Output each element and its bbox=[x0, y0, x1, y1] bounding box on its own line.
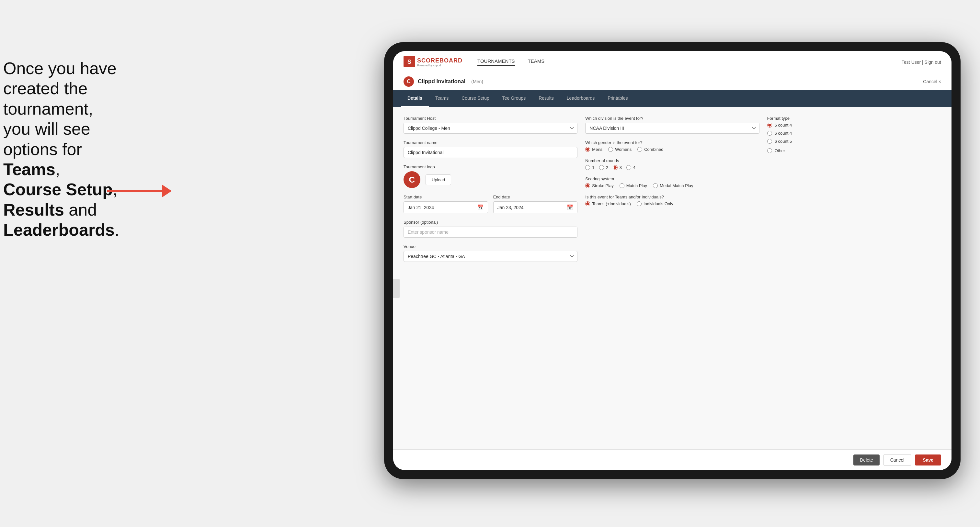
nav-tournaments[interactable]: TOURNAMENTS bbox=[477, 58, 515, 66]
sponsor-input[interactable] bbox=[404, 227, 578, 238]
round-3[interactable]: 3 bbox=[613, 165, 622, 170]
format-5count4[interactable]: 5 count 4 bbox=[767, 123, 941, 127]
gender-label: Which gender is the event for? bbox=[585, 140, 759, 145]
tab-tee-groups[interactable]: Tee Groups bbox=[496, 90, 532, 107]
teams-radio-group: Teams (+Individuals) Individuals Only bbox=[585, 202, 759, 206]
breadcrumb-bar: C Clippd Invitational (Men) Cancel × bbox=[393, 73, 951, 90]
gender-radio-group: Mens Womens Combined bbox=[585, 147, 759, 152]
rounds-radio-group: 1 2 3 bbox=[585, 165, 759, 170]
main-content: Tournament Host Clippd College - Men Tou… bbox=[393, 107, 951, 449]
breadcrumb-left: C Clippd Invitational (Men) bbox=[404, 76, 483, 87]
svg-marker-1 bbox=[162, 184, 172, 197]
division-group: Which division is the event for? NCAA Di… bbox=[585, 116, 759, 134]
venue-label: Venue bbox=[404, 244, 578, 249]
logo-text-block: SCOREBOARD Powered by clippd bbox=[417, 57, 463, 67]
format-other-group: Other bbox=[767, 148, 941, 154]
format-type-label: Format type bbox=[767, 116, 941, 121]
teams-plus-individuals[interactable]: Teams (+Individuals) bbox=[585, 202, 631, 206]
teams-individuals-group: Is this event for Teams and/or Individua… bbox=[585, 195, 759, 206]
tab-teams[interactable]: Teams bbox=[429, 90, 455, 107]
form-grid: Tournament Host Clippd College - Men Tou… bbox=[404, 116, 941, 262]
gender-mens[interactable]: Mens bbox=[585, 147, 602, 152]
start-date-input[interactable]: Jan 21, 2024 📅 bbox=[404, 202, 488, 213]
sidebar-collapse-button[interactable] bbox=[393, 279, 399, 298]
logo-preview: C bbox=[404, 171, 420, 188]
tournament-title: Clippd Invitational bbox=[418, 78, 465, 85]
footer-bar: Delete Cancel Save bbox=[393, 449, 951, 470]
tab-bar: Details Teams Course Setup Tee Groups Re… bbox=[393, 90, 951, 107]
gender-combined[interactable]: Combined bbox=[637, 147, 663, 152]
cancel-top-button[interactable]: Cancel × bbox=[923, 79, 941, 84]
nav-links: TOURNAMENTS TEAMS bbox=[477, 58, 544, 66]
tablet-frame: S SCOREBOARD Powered by clippd TOURNAMEN… bbox=[384, 42, 961, 479]
tournament-icon: C bbox=[404, 76, 414, 87]
round-1[interactable]: 1 bbox=[585, 165, 594, 170]
round-2[interactable]: 2 bbox=[599, 165, 608, 170]
form-left-section: Tournament Host Clippd College - Men Tou… bbox=[404, 116, 578, 262]
individuals-only[interactable]: Individuals Only bbox=[637, 202, 673, 206]
sponsor-group: Sponsor (optional) bbox=[404, 220, 578, 238]
start-date-label: Start date bbox=[404, 195, 488, 199]
tournament-host-group: Tournament Host Clippd College - Men bbox=[404, 116, 578, 134]
tab-leaderboards[interactable]: Leaderboards bbox=[560, 90, 601, 107]
form-middle-section: Which division is the event for? NCAA Di… bbox=[585, 116, 759, 206]
division-select[interactable]: NCAA Division III bbox=[585, 123, 759, 134]
logo-area: S SCOREBOARD Powered by clippd TOURNAMEN… bbox=[404, 56, 544, 68]
scoring-radio-group: Stroke Play Match Play Medal Match Play bbox=[585, 183, 759, 188]
user-info[interactable]: Test User | Sign out bbox=[902, 60, 941, 65]
teams-individuals-label: Is this event for Teams and/or Individua… bbox=[585, 195, 759, 199]
gender-womens[interactable]: Womens bbox=[608, 147, 632, 152]
division-label: Which division is the event for? bbox=[585, 116, 759, 121]
save-button[interactable]: Save bbox=[915, 454, 941, 465]
top-navigation: S SCOREBOARD Powered by clippd TOURNAMEN… bbox=[393, 51, 951, 73]
scoring-label: Scoring system bbox=[585, 176, 759, 181]
cancel-button[interactable]: Cancel bbox=[883, 454, 912, 466]
tournament-name-group: Tournament name bbox=[404, 140, 578, 158]
end-date-group: End date Jan 23, 2024 📅 bbox=[493, 195, 578, 213]
scoring-match[interactable]: Match Play bbox=[620, 183, 647, 188]
round-4[interactable]: 4 bbox=[626, 165, 635, 170]
tournament-subtitle: (Men) bbox=[471, 79, 483, 84]
end-date-label: End date bbox=[493, 195, 578, 199]
gender-group: Which gender is the event for? Mens Wome… bbox=[585, 140, 759, 152]
calendar-icon-end: 📅 bbox=[567, 204, 573, 210]
arrow-indicator bbox=[100, 175, 172, 208]
upload-button[interactable]: Upload bbox=[426, 175, 451, 185]
tab-details[interactable]: Details bbox=[401, 90, 429, 107]
delete-button[interactable]: Delete bbox=[853, 454, 879, 465]
tab-results[interactable]: Results bbox=[532, 90, 560, 107]
start-date-group: Start date Jan 21, 2024 📅 bbox=[404, 195, 488, 213]
scoring-stroke[interactable]: Stroke Play bbox=[585, 183, 613, 188]
tournament-logo-group: Tournament logo C Upload bbox=[404, 164, 578, 188]
tablet-screen: S SCOREBOARD Powered by clippd TOURNAMEN… bbox=[393, 51, 951, 470]
format-6count5[interactable]: 6 count 5 bbox=[767, 139, 941, 144]
sponsor-label: Sponsor (optional) bbox=[404, 220, 578, 225]
venue-group: Venue Peachtree GC - Atlanta - GA bbox=[404, 244, 578, 262]
rounds-label: Number of rounds bbox=[585, 158, 759, 163]
venue-select[interactable]: Peachtree GC - Atlanta - GA bbox=[404, 251, 578, 262]
tournament-name-label: Tournament name bbox=[404, 140, 578, 145]
logo-icon: S bbox=[404, 56, 415, 68]
tournament-logo-label: Tournament logo bbox=[404, 164, 578, 169]
instruction-text: Once you have created the tournament, yo… bbox=[3, 58, 152, 240]
format-radio-section: 5 count 4 6 count 4 6 count 5 bbox=[767, 123, 941, 144]
form-right-section: Format type 5 count 4 6 count 4 bbox=[767, 116, 941, 154]
tournament-name-input[interactable] bbox=[404, 147, 578, 158]
end-date-input[interactable]: Jan 23, 2024 📅 bbox=[493, 202, 578, 213]
scoring-medal-match[interactable]: Medal Match Play bbox=[653, 183, 693, 188]
format-other[interactable]: Other bbox=[767, 148, 785, 153]
calendar-icon: 📅 bbox=[477, 204, 484, 210]
tournament-host-label: Tournament Host bbox=[404, 116, 578, 121]
tournament-host-select[interactable]: Clippd College - Men bbox=[404, 123, 578, 134]
logo-upload-area: C Upload bbox=[404, 171, 578, 188]
format-6count4[interactable]: 6 count 4 bbox=[767, 131, 941, 136]
tab-course-setup[interactable]: Course Setup bbox=[455, 90, 496, 107]
rounds-group: Number of rounds 1 2 bbox=[585, 158, 759, 170]
date-group: Start date Jan 21, 2024 📅 End date Jan 2… bbox=[404, 195, 578, 213]
tab-printables[interactable]: Printables bbox=[601, 90, 634, 107]
nav-teams[interactable]: TEAMS bbox=[528, 58, 545, 66]
format-type-group: Format type 5 count 4 6 count 4 bbox=[767, 116, 941, 154]
scoring-group: Scoring system Stroke Play Match Play bbox=[585, 176, 759, 188]
svg-text:S: S bbox=[407, 59, 411, 65]
